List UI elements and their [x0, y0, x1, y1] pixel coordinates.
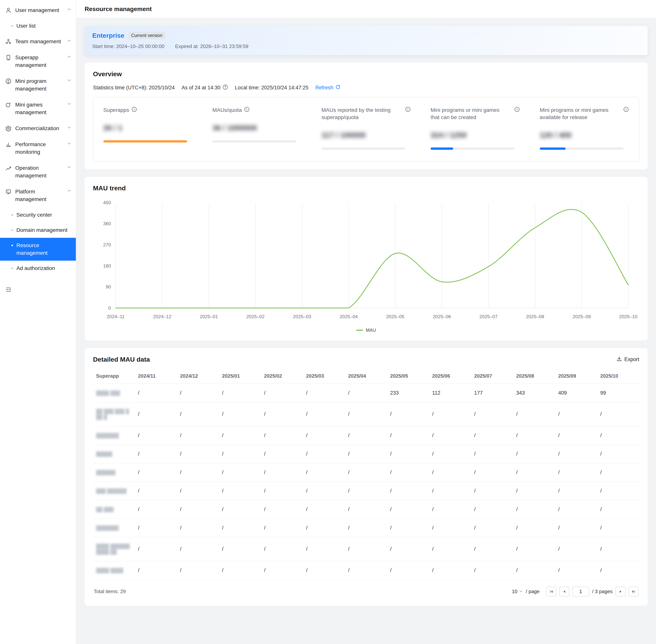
mau-cell: / [387, 445, 429, 463]
mau-cell: 343 [513, 384, 556, 402]
sidebar-item-ad-authorization[interactable]: Ad authorization [0, 261, 76, 276]
info-circle-icon[interactable] [131, 107, 137, 112]
mau-cell: / [471, 537, 513, 561]
info-circle-icon[interactable] [623, 107, 629, 112]
prev-page-button[interactable] [559, 586, 569, 597]
mau-cell: / [219, 561, 261, 580]
mau-cell: / [429, 519, 471, 537]
svg-text:2025–03: 2025–03 [293, 314, 311, 319]
column-header-superapp: Superapp [93, 368, 135, 384]
mau-cell: / [303, 426, 345, 445]
mau-cell: / [219, 500, 261, 519]
stat-label-row: MAUs/quota [212, 107, 301, 114]
mau-cell: / [345, 500, 387, 519]
next-page-button[interactable] [616, 586, 626, 597]
sidebar-subitem-label: Security center [16, 211, 52, 219]
mau-cell: / [135, 519, 177, 537]
sidebar-item-user-list[interactable]: User list [0, 18, 76, 33]
mau-cell: / [177, 537, 219, 561]
sidebar-item-team-management[interactable]: Team management [0, 33, 76, 49]
sidebar-item-label: Mini games management [15, 101, 63, 116]
mau-cell: / [261, 463, 303, 482]
mau-cell: 112 [429, 384, 471, 402]
last-page-button[interactable] [629, 586, 638, 597]
question-circle-icon[interactable] [222, 84, 228, 90]
stat-progress-fill [431, 147, 453, 150]
info-circle-icon[interactable] [244, 107, 250, 112]
sidebar-item-label: User management [15, 6, 63, 14]
sidebar-item-performance-monitoring[interactable]: Performance monitoring [0, 136, 76, 160]
sidebar-item-user-management[interactable]: User management [0, 2, 76, 18]
sidebar-item-security-center[interactable]: Security center [0, 207, 76, 223]
sidebar-item-label: Commercialization [15, 124, 63, 132]
question-icon-slot[interactable] [222, 84, 228, 91]
sidebar-nav: User managementUser listTeam managementS… [0, 2, 76, 276]
plan-name: Enterprise [92, 32, 124, 39]
table-row: ███ ██████//////////// [93, 482, 639, 500]
sidebar-item-domain-management[interactable]: Domain management [0, 223, 76, 238]
legend-swatch [356, 330, 363, 331]
table-row: ████ ██████████ ██//////////// [93, 537, 639, 561]
info-circle-icon[interactable] [405, 107, 411, 112]
mau-cell: / [429, 402, 471, 426]
info-circle-icon[interactable] [514, 107, 520, 112]
superapp-name: ██ ███ ███ ███ █ [96, 409, 132, 420]
stat-label-row: Mini programs or mini games that can be … [431, 107, 520, 121]
stat-value: 117 / 100000 [321, 131, 411, 139]
mau-table-head: Superapp2024/112024/122025/012025/022025… [93, 368, 639, 384]
mau-trend-chart: 2024–112024–122025–012025–022025–032025–… [93, 197, 639, 327]
stat-label: Mini programs or mini games available fo… [540, 107, 613, 121]
page-input[interactable] [572, 586, 589, 597]
superapp-name-cell: ████ ███ [93, 384, 135, 402]
sidebar-item-resource-management[interactable]: Resource management [0, 238, 76, 261]
refresh-label: Refresh [315, 85, 333, 91]
page-size-select[interactable]: 10 [512, 589, 523, 595]
column-header-2025-04: 2025/04 [345, 368, 387, 384]
sidebar-item-commercialization[interactable]: Commercialization [0, 120, 76, 136]
mau-cell: / [471, 561, 513, 580]
sidebar-item-mini-program-management[interactable]: Mini program management [0, 73, 76, 97]
tablet-icon [5, 54, 12, 61]
column-header-2025-06: 2025/06 [429, 368, 471, 384]
sidebar-collapse-button[interactable] [5, 286, 76, 294]
sidebar-item-superapp-management[interactable]: Superapp management [0, 49, 76, 73]
last-page-icon [631, 589, 636, 594]
sidebar-item-operation-management[interactable]: Operation management [0, 160, 76, 184]
svg-text:2025–01: 2025–01 [200, 314, 218, 319]
sidebar-item-platform-management[interactable]: Platform management [0, 184, 76, 207]
export-button[interactable]: Export [616, 356, 639, 363]
stat-label-row: Superapps [103, 107, 193, 114]
superapp-name-cell: ███████ [93, 519, 135, 537]
mau-cell: / [177, 482, 219, 500]
table-row: ███████//////////// [93, 519, 639, 537]
refresh-button[interactable]: Refresh [315, 85, 341, 91]
mau-cell: / [597, 482, 639, 500]
bullet-icon [12, 245, 13, 246]
sidebar-item-mini-games-management[interactable]: Mini games management [0, 97, 76, 120]
sidebar-subitem-label: Ad authorization [16, 264, 55, 272]
svg-text:450: 450 [103, 200, 111, 205]
refresh-icon-slot [335, 85, 341, 91]
mau-cell: / [303, 445, 345, 463]
superapp-name: ████ ████ [96, 568, 123, 573]
detailed-mau-title: Detailed MAU data [93, 356, 150, 363]
miniprogram-icon [5, 78, 12, 84]
mau-trend-svg: 2024–112024–122025–012025–022025–032025–… [93, 197, 639, 327]
mau-cell: / [555, 537, 597, 561]
svg-text:2025–10: 2025–10 [619, 314, 637, 319]
legend-label: MAU [366, 327, 376, 333]
first-page-button[interactable] [546, 586, 556, 597]
mau-cell: / [387, 463, 429, 482]
mau-cell: / [177, 445, 219, 463]
mau-cell: / [303, 561, 345, 580]
mau-cell: / [513, 500, 556, 519]
mau-cell: / [555, 500, 597, 519]
stat-value: 120 / 400 [540, 131, 629, 139]
mau-cell: / [429, 482, 471, 500]
sidebar-subitem-label: User list [16, 22, 36, 30]
mau-cell: / [303, 482, 345, 500]
stat-label: Mini programs or mini games that can be … [431, 107, 504, 121]
chart-legend[interactable]: MAU [93, 327, 639, 333]
svg-text:180: 180 [103, 263, 111, 269]
mau-cell: / [303, 500, 345, 519]
